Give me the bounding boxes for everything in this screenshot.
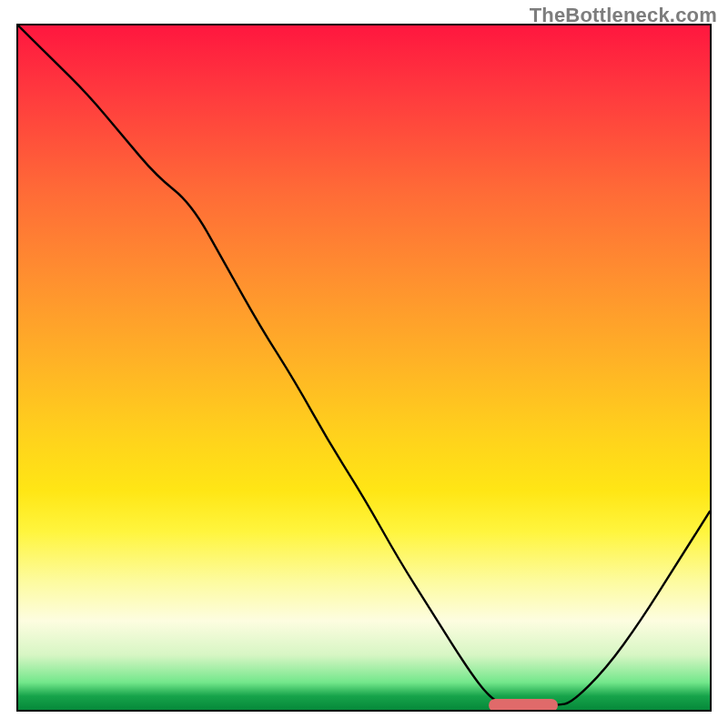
optimal-range-marker: [489, 699, 558, 712]
bottleneck-chart: TheBottleneck.com: [0, 0, 728, 728]
curve-layer: [18, 25, 710, 710]
bottleneck-curve: [18, 25, 710, 706]
plot-area: [16, 24, 712, 712]
